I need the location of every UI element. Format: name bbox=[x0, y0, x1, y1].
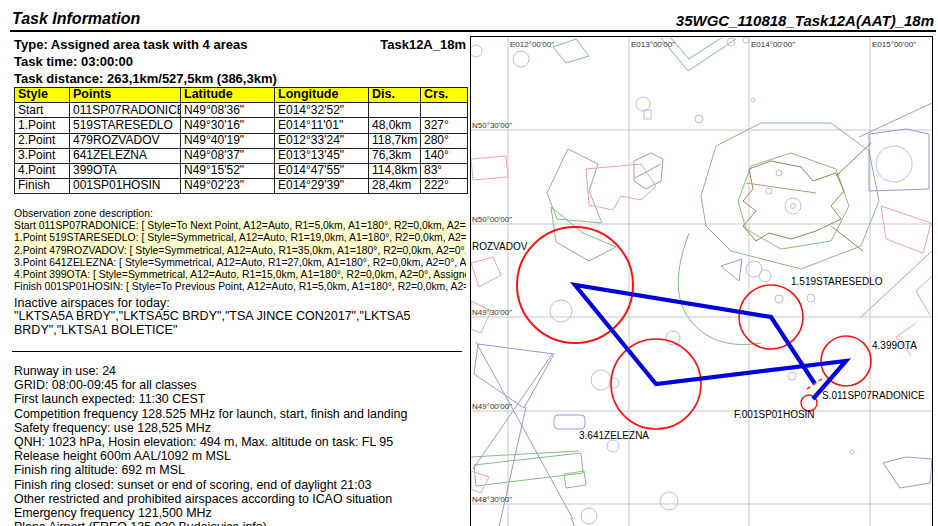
cell-crs bbox=[421, 103, 468, 118]
cell-point: 479ROZVADOV bbox=[70, 133, 181, 148]
map-longitude-labels: E012°00'00" E013°00'00" E014°00'00" E015… bbox=[510, 40, 916, 49]
cell-lon: E014°47'55" bbox=[275, 163, 369, 178]
obs-zone-line-4: 4.Point 399OTA: [ Style=Symmetrical, A12… bbox=[14, 269, 466, 281]
info-release-height: Release height 600m AAL/1092 m MSL bbox=[14, 449, 474, 463]
airspace-layer-red bbox=[471, 156, 932, 493]
document-title: 35WGC_110818_Task12A(AAT)_18m bbox=[676, 12, 934, 29]
lon-label: E015°00'00" bbox=[872, 40, 916, 49]
info-plana-airport: Plana Airport (FREQ 135.930 Budejovice i… bbox=[14, 520, 474, 526]
table-row: 1.Point 519STARESEDLO N49°30'16" E014°11… bbox=[15, 118, 468, 133]
cell-style: Start bbox=[15, 103, 70, 118]
cell-crs: 327° bbox=[421, 118, 468, 133]
cell-style: Finish bbox=[15, 179, 70, 194]
cell-style: 4.Point bbox=[15, 163, 70, 178]
info-runway: Runway in use: 24 bbox=[14, 364, 474, 378]
title-underline bbox=[10, 30, 936, 32]
cell-crs: 280° bbox=[421, 133, 468, 148]
lon-label: E012°00'00" bbox=[510, 40, 554, 49]
obs-zone-line-start: Start 011SP07RADONICE: [ Style=To Next P… bbox=[14, 220, 466, 232]
obs-zone-line-3: 3.Point 641ZELEZNA: [ Style=Symmetrical,… bbox=[14, 257, 466, 269]
cell-crs: 83° bbox=[421, 163, 468, 178]
info-finish-ring-closed: Finish ring closed: sunset or end of sco… bbox=[14, 478, 474, 492]
cell-crs: 140° bbox=[421, 148, 468, 163]
waypoint-label-hosin: F.001SP01HOSIN bbox=[734, 409, 815, 420]
cell-point: 641ZELEZNA bbox=[70, 148, 181, 163]
task-type-line: Type: Assigned area task with 4 areas bbox=[14, 37, 247, 52]
lon-label: E014°00'00" bbox=[751, 40, 795, 49]
waypoint-label-radonice: S.011SP07RADONICE bbox=[822, 390, 925, 401]
lat-label: N49°30'00" bbox=[472, 308, 512, 317]
cell-lat: N49°02'23" bbox=[181, 179, 275, 194]
col-header-points: Points bbox=[70, 88, 181, 103]
lat-label: N48°30'00" bbox=[472, 495, 512, 504]
cell-lat: N49°40'19" bbox=[181, 133, 275, 148]
page-title: Task Information bbox=[12, 10, 140, 28]
briefing-info-block: Runway in use: 24 GRID: 08:00-09:45 for … bbox=[14, 364, 474, 526]
col-header-dis: Dis. bbox=[369, 88, 421, 103]
cell-point: 001SP01HOSIN bbox=[70, 179, 181, 194]
cell-style: 3.Point bbox=[15, 148, 70, 163]
cell-lat: N49°08'37" bbox=[181, 148, 275, 163]
waypoint-label-ota: 4.399OTA bbox=[872, 340, 917, 351]
airspace-layer-green bbox=[471, 38, 932, 488]
table-row: Start 011SP07RADONICE N49°08'36" E014°32… bbox=[15, 103, 468, 118]
cell-point: 011SP07RADONICE bbox=[70, 103, 181, 118]
lat-label: N50°30'00" bbox=[472, 121, 512, 130]
cell-style: 2.Point bbox=[15, 133, 70, 148]
cell-lon: E013°13'45" bbox=[275, 148, 369, 163]
waypoint-label-staresedlo: 1.519STARESEDLO bbox=[791, 276, 883, 287]
col-header-crs: Crs. bbox=[421, 88, 468, 103]
task-map: E012°00'00" E013°00'00" E014°00'00" E015… bbox=[470, 36, 933, 526]
cell-dis: 28,4km bbox=[369, 179, 421, 194]
lon-label: E013°00'00" bbox=[631, 40, 675, 49]
cell-point: 399OTA bbox=[70, 163, 181, 178]
table-row: 4.Point 399OTA N49°15'52" E014°47'55" 11… bbox=[15, 163, 468, 178]
waypoint-label-zelezna: 3.641ZELEZNA bbox=[579, 430, 649, 441]
lat-label: N49°00'00" bbox=[472, 402, 512, 411]
cell-dis: 76,3km bbox=[369, 148, 421, 163]
info-other-airspaces: Other restricted and prohibited airspace… bbox=[14, 492, 474, 506]
table-header-row: Style Points Latitude Longitude Dis. Crs… bbox=[15, 88, 468, 103]
task-area-circles bbox=[517, 227, 871, 429]
task-sheet-page: Task Information 35WGC_110818_Task12A(AA… bbox=[0, 0, 938, 526]
info-finish-ring-altitude: Finish ring altitude: 692 m MSL bbox=[14, 463, 474, 477]
cell-dis: 48,0km bbox=[369, 118, 421, 133]
cell-lon: E014°29'39" bbox=[275, 179, 369, 194]
cell-lon: E014°11'01" bbox=[275, 118, 369, 133]
cell-lon: E014°32'52" bbox=[275, 103, 369, 118]
task-route-line bbox=[575, 285, 846, 399]
info-grid: GRID: 08:00-09:45 for all classes bbox=[14, 378, 474, 392]
task-code: Task12A_18m bbox=[300, 37, 466, 52]
info-emergency-frequency: Emergency frequency 121,500 MHz bbox=[14, 506, 474, 520]
task-points-table: Style Points Latitude Longitude Dis. Crs… bbox=[14, 87, 468, 194]
info-safety-frequency: Safety frequency: use 128,525 MHz bbox=[14, 421, 474, 435]
observation-zone-list: Start 011SP07RADONICE: [ Style=To Next P… bbox=[14, 220, 466, 294]
table-row: 2.Point 479ROZVADOV N49°40'19" E012°33'2… bbox=[15, 133, 468, 148]
cell-dis bbox=[369, 103, 421, 118]
col-header-style: Style bbox=[15, 88, 70, 103]
info-qnh: QNH: 1023 hPa, Hosin elevation: 494 m, M… bbox=[14, 435, 474, 449]
inactive-airspaces-list: "LKTSA5A BRDY","LKTSA5C BRDY","TSA JINCE… bbox=[14, 310, 466, 338]
col-header-latitude: Latitude bbox=[181, 88, 275, 103]
task-distance-line: Task distance: 263,1km/527,5km (386,3km) bbox=[14, 71, 277, 86]
obs-zone-line-1: 1.Point 519STARESEDLO: [ Style=Symmetric… bbox=[14, 232, 466, 244]
waypoint-label-rozvadov: ROZVADOV bbox=[472, 241, 528, 252]
inactive-airspaces-title: Inactive airspaces for today: bbox=[14, 296, 170, 310]
airspace-layer-blue bbox=[473, 129, 932, 526]
task-time-line: Task time: 03:00:00 bbox=[14, 54, 133, 69]
table-row: 3.Point 641ZELEZNA N49°08'37" E013°13'45… bbox=[15, 148, 468, 163]
cell-dis: 118,7km bbox=[369, 133, 421, 148]
col-header-longitude: Longitude bbox=[275, 88, 369, 103]
cell-crs: 222° bbox=[421, 179, 468, 194]
cell-point: 519STARESEDLO bbox=[70, 118, 181, 133]
observation-zone-title: Observation zone description: bbox=[14, 207, 153, 219]
info-first-launch: First launch expected: 11:30 CEST bbox=[14, 392, 474, 406]
lat-label: N50°00'00" bbox=[472, 215, 512, 224]
cell-dis: 114,8km bbox=[369, 163, 421, 178]
info-competition-frequency: Competition frequency 128.525 MHz for la… bbox=[14, 407, 474, 421]
obs-zone-line-2: 2.Point 479ROZVADOV: [ Style=Symmetrical… bbox=[14, 245, 466, 257]
obs-zone-line-finish: Finish 001SP01HOSIN: [ Style=To Previous… bbox=[14, 281, 466, 293]
cell-lon: E012°33'24" bbox=[275, 133, 369, 148]
cell-lat: N49°15'52" bbox=[181, 163, 275, 178]
cell-style: 1.Point bbox=[15, 118, 70, 133]
